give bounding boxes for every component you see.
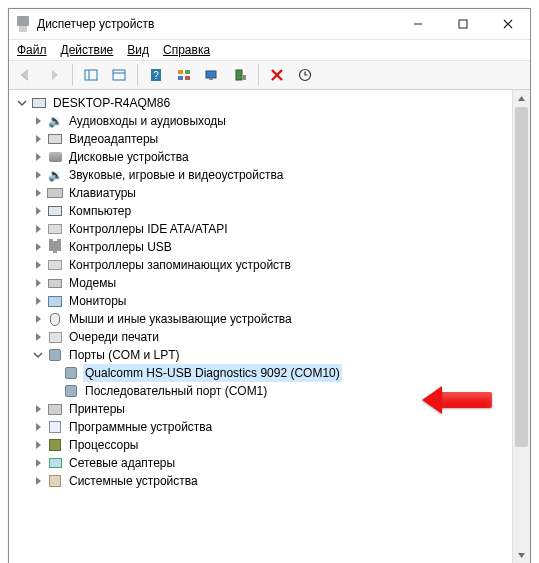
tree-item-label: Процессоры [67, 436, 141, 454]
tree-item[interactable]: Процессоры [15, 436, 530, 454]
system-device-icon [47, 473, 63, 489]
close-button[interactable] [485, 9, 530, 39]
chevron-right-icon[interactable] [31, 400, 45, 418]
tree-item[interactable]: Сетевые адаптеры [15, 454, 530, 472]
tree-item-label: Сетевые адаптеры [67, 454, 177, 472]
chevron-right-icon[interactable] [31, 436, 45, 454]
tree-item-port-child[interactable]: Последовательный порт (COM1) [15, 382, 530, 400]
tree-spacer [47, 382, 61, 400]
tree-item[interactable]: Видеоадаптеры [15, 130, 530, 148]
svg-rect-13 [185, 76, 190, 80]
printer-icon [47, 401, 63, 417]
menubar: Файл Действие Вид Справка [9, 40, 530, 61]
tree-item[interactable]: Мониторы [15, 292, 530, 310]
chevron-right-icon[interactable] [31, 130, 45, 148]
chevron-right-icon[interactable] [31, 274, 45, 292]
scan-hardware-button[interactable] [292, 63, 318, 87]
tree-root[interactable]: DESKTOP-R4AQM86 [15, 94, 530, 112]
chevron-right-icon[interactable] [31, 112, 45, 130]
network-adapter-icon [47, 455, 63, 471]
properties-button[interactable] [106, 63, 132, 87]
com-port-icon [63, 383, 79, 399]
tree-item-ports[interactable]: Порты (COM и LPT) [15, 346, 530, 364]
monitor-icon [47, 293, 63, 309]
tree-item[interactable]: Модемы [15, 274, 530, 292]
tree-item-label-selected: Qualcomm HS-USB Diagnostics 9092 (COM10) [83, 364, 342, 382]
svg-rect-10 [178, 70, 183, 74]
svg-rect-16 [236, 70, 242, 80]
disable-device-button[interactable] [264, 63, 290, 87]
tree-item[interactable]: Звуковые, игровые и видеоустройства [15, 166, 530, 184]
tree-item-label: Программные устройства [67, 418, 214, 436]
update-driver-button[interactable] [199, 63, 225, 87]
keyboard-icon [47, 185, 63, 201]
view-resources-button[interactable] [171, 63, 197, 87]
tree-item[interactable]: Клавиатуры [15, 184, 530, 202]
scroll-thumb[interactable] [515, 107, 528, 447]
tree-item-label: Принтеры [67, 400, 127, 418]
device-tree[interactable]: DESKTOP-R4AQM86 Аудиовходы и аудиовыходы… [9, 90, 530, 494]
minimize-button[interactable] [395, 9, 440, 39]
menu-file[interactable]: Файл [17, 43, 47, 57]
tree-item-label: Последовательный порт (COM1) [83, 382, 269, 400]
tree-item-label: Звуковые, игровые и видеоустройства [67, 166, 285, 184]
tree-item[interactable]: Контроллеры запоминающих устройств [15, 256, 530, 274]
chevron-right-icon[interactable] [31, 418, 45, 436]
com-port-icon [63, 365, 79, 381]
app-icon [15, 16, 31, 32]
chevron-right-icon[interactable] [31, 310, 45, 328]
svg-rect-12 [178, 76, 183, 80]
chevron-right-icon[interactable] [31, 166, 45, 184]
chevron-right-icon[interactable] [31, 292, 45, 310]
tree-item-label: Контроллеры запоминающих устройств [67, 256, 293, 274]
tree-spacer [47, 364, 61, 382]
tree-item-label: Компьютер [67, 202, 133, 220]
display-adapter-icon [47, 131, 63, 147]
menu-view[interactable]: Вид [127, 43, 149, 57]
chevron-right-icon[interactable] [31, 328, 45, 346]
chevron-right-icon[interactable] [31, 184, 45, 202]
tree-item-label: Модемы [67, 274, 118, 292]
menu-help[interactable]: Справка [163, 43, 210, 57]
chevron-right-icon[interactable] [31, 202, 45, 220]
chevron-right-icon[interactable] [31, 472, 45, 490]
menu-action[interactable]: Действие [61, 43, 114, 57]
tree-item-label: Системные устройства [67, 472, 200, 490]
tree-item[interactable]: Компьютер [15, 202, 530, 220]
device-tree-panel: DESKTOP-R4AQM86 Аудиовходы и аудиовыходы… [9, 90, 530, 563]
titlebar: Диспетчер устройств [9, 9, 530, 40]
chevron-down-icon[interactable] [15, 94, 29, 112]
tree-item[interactable]: Системные устройства [15, 472, 530, 490]
svg-rect-17 [243, 75, 246, 80]
computer-icon [31, 95, 47, 111]
vertical-scrollbar[interactable] [512, 90, 530, 563]
tree-item-label: Контроллеры IDE ATA/ATAPI [67, 220, 230, 238]
help-button[interactable]: ? [143, 63, 169, 87]
show-hidden-button[interactable] [78, 63, 104, 87]
chevron-right-icon[interactable] [31, 238, 45, 256]
tree-item[interactable]: Программные устройства [15, 418, 530, 436]
sound-icon [47, 167, 63, 183]
chevron-right-icon[interactable] [31, 220, 45, 238]
scroll-down-button[interactable] [513, 547, 530, 563]
chevron-right-icon[interactable] [31, 256, 45, 274]
maximize-button[interactable] [440, 9, 485, 39]
chevron-down-icon[interactable] [31, 346, 45, 364]
tree-item[interactable]: Контроллеры USB [15, 238, 530, 256]
root-label: DESKTOP-R4AQM86 [51, 94, 172, 112]
cpu-icon [47, 437, 63, 453]
tree-item-port-child[interactable]: Qualcomm HS-USB Diagnostics 9092 (COM10) [15, 364, 530, 382]
print-queue-icon [47, 329, 63, 345]
tree-item[interactable]: Мыши и иные указывающие устройства [15, 310, 530, 328]
chevron-right-icon[interactable] [31, 454, 45, 472]
tree-item[interactable]: Дисковые устройства [15, 148, 530, 166]
disk-icon [47, 149, 63, 165]
scroll-up-button[interactable] [513, 90, 530, 107]
tree-item[interactable]: Контроллеры IDE ATA/ATAPI [15, 220, 530, 238]
tree-item[interactable]: Аудиовходы и аудиовыходы [15, 112, 530, 130]
tree-item[interactable]: Очереди печати [15, 328, 530, 346]
tree-item[interactable]: Принтеры [15, 400, 530, 418]
chevron-right-icon[interactable] [31, 148, 45, 166]
toolbar-separator [137, 64, 138, 86]
uninstall-device-button[interactable] [227, 63, 253, 87]
